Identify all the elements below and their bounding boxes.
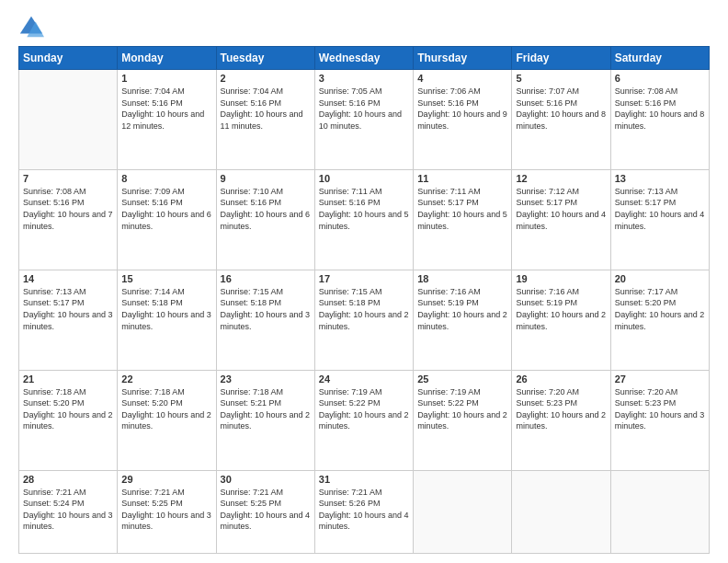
calendar-cell: 9Sunrise: 7:10 AMSunset: 5:16 PMDaylight…	[216, 169, 314, 270]
day-info: Sunrise: 7:07 AMSunset: 5:16 PMDaylight:…	[516, 86, 606, 132]
day-info: Sunrise: 7:05 AMSunset: 5:16 PMDaylight:…	[319, 86, 409, 132]
calendar-cell: 21Sunrise: 7:18 AMSunset: 5:20 PMDayligh…	[19, 370, 118, 470]
day-number: 24	[319, 373, 409, 385]
day-number: 11	[417, 173, 507, 184]
day-info: Sunrise: 7:18 AMSunset: 5:21 PMDaylight:…	[221, 386, 311, 432]
day-header-wednesday: Wednesday	[314, 47, 413, 70]
day-header-thursday: Thursday	[414, 47, 512, 70]
day-header-friday: Friday	[512, 47, 610, 70]
calendar-cell: 29Sunrise: 7:21 AMSunset: 5:25 PMDayligh…	[118, 470, 216, 553]
day-number: 1	[121, 73, 211, 84]
calendar-cell	[512, 470, 610, 553]
day-number: 6	[615, 73, 705, 84]
calendar-cell: 25Sunrise: 7:19 AMSunset: 5:22 PMDayligh…	[414, 370, 512, 470]
day-info: Sunrise: 7:21 AMSunset: 5:24 PMDaylight:…	[23, 487, 113, 533]
day-header-monday: Monday	[118, 47, 216, 70]
day-header-sunday: Sunday	[19, 47, 118, 70]
calendar-cell: 6Sunrise: 7:08 AMSunset: 5:16 PMDaylight…	[610, 70, 709, 170]
day-number: 31	[319, 474, 409, 485]
calendar-cell: 11Sunrise: 7:11 AMSunset: 5:17 PMDayligh…	[414, 169, 512, 270]
day-number: 22	[121, 373, 211, 385]
calendar-cell	[19, 70, 118, 170]
day-number: 26	[516, 373, 606, 385]
day-number: 28	[23, 474, 113, 485]
day-number: 29	[121, 474, 211, 485]
calendar-week-3: 21Sunrise: 7:18 AMSunset: 5:20 PMDayligh…	[19, 370, 710, 470]
calendar-cell: 27Sunrise: 7:20 AMSunset: 5:23 PMDayligh…	[610, 370, 709, 470]
day-info: Sunrise: 7:15 AMSunset: 5:18 PMDaylight:…	[221, 286, 311, 332]
day-header-saturday: Saturday	[610, 47, 709, 70]
calendar-cell: 12Sunrise: 7:12 AMSunset: 5:17 PMDayligh…	[512, 169, 610, 270]
day-info: Sunrise: 7:12 AMSunset: 5:17 PMDaylight:…	[516, 186, 606, 232]
logo-icon	[18, 15, 44, 40]
day-info: Sunrise: 7:13 AMSunset: 5:17 PMDaylight:…	[615, 186, 705, 232]
day-number: 25	[417, 373, 507, 385]
day-info: Sunrise: 7:16 AMSunset: 5:19 PMDaylight:…	[516, 286, 606, 332]
calendar-cell: 19Sunrise: 7:16 AMSunset: 5:19 PMDayligh…	[512, 270, 610, 370]
day-info: Sunrise: 7:10 AMSunset: 5:16 PMDaylight:…	[221, 186, 311, 232]
calendar-table: SundayMondayTuesdayWednesdayThursdayFrid…	[18, 46, 710, 554]
calendar-cell: 10Sunrise: 7:11 AMSunset: 5:16 PMDayligh…	[314, 169, 413, 270]
day-number: 18	[417, 273, 507, 284]
day-info: Sunrise: 7:21 AMSunset: 5:25 PMDaylight:…	[121, 487, 211, 533]
day-info: Sunrise: 7:21 AMSunset: 5:26 PMDaylight:…	[319, 487, 409, 533]
day-header-tuesday: Tuesday	[216, 47, 314, 70]
day-info: Sunrise: 7:15 AMSunset: 5:18 PMDaylight:…	[319, 286, 409, 332]
calendar-cell: 16Sunrise: 7:15 AMSunset: 5:18 PMDayligh…	[216, 270, 314, 370]
calendar-cell: 5Sunrise: 7:07 AMSunset: 5:16 PMDaylight…	[512, 70, 610, 170]
day-info: Sunrise: 7:08 AMSunset: 5:16 PMDaylight:…	[615, 86, 705, 132]
calendar-week-1: 7Sunrise: 7:08 AMSunset: 5:16 PMDaylight…	[19, 169, 710, 270]
day-info: Sunrise: 7:19 AMSunset: 5:22 PMDaylight:…	[417, 386, 507, 432]
day-info: Sunrise: 7:18 AMSunset: 5:20 PMDaylight:…	[23, 386, 113, 432]
calendar-cell: 28Sunrise: 7:21 AMSunset: 5:24 PMDayligh…	[19, 470, 118, 553]
calendar-cell: 22Sunrise: 7:18 AMSunset: 5:20 PMDayligh…	[118, 370, 216, 470]
day-number: 13	[615, 173, 705, 184]
calendar-cell: 31Sunrise: 7:21 AMSunset: 5:26 PMDayligh…	[314, 470, 413, 553]
calendar-cell: 7Sunrise: 7:08 AMSunset: 5:16 PMDaylight…	[19, 169, 118, 270]
calendar-cell: 24Sunrise: 7:19 AMSunset: 5:22 PMDayligh…	[314, 370, 413, 470]
day-info: Sunrise: 7:11 AMSunset: 5:17 PMDaylight:…	[417, 186, 507, 232]
day-number: 14	[23, 273, 113, 284]
calendar-cell: 13Sunrise: 7:13 AMSunset: 5:17 PMDayligh…	[610, 169, 709, 270]
day-number: 10	[319, 173, 409, 184]
calendar-week-0: 1Sunrise: 7:04 AMSunset: 5:16 PMDaylight…	[19, 70, 710, 170]
day-number: 15	[121, 273, 211, 284]
day-info: Sunrise: 7:04 AMSunset: 5:16 PMDaylight:…	[221, 86, 311, 132]
day-number: 3	[319, 73, 409, 84]
calendar-week-2: 14Sunrise: 7:13 AMSunset: 5:17 PMDayligh…	[19, 270, 710, 370]
day-info: Sunrise: 7:20 AMSunset: 5:23 PMDaylight:…	[615, 386, 705, 432]
day-info: Sunrise: 7:21 AMSunset: 5:25 PMDaylight:…	[221, 487, 311, 533]
day-info: Sunrise: 7:09 AMSunset: 5:16 PMDaylight:…	[121, 186, 211, 232]
day-info: Sunrise: 7:06 AMSunset: 5:16 PMDaylight:…	[417, 86, 507, 132]
day-info: Sunrise: 7:14 AMSunset: 5:18 PMDaylight:…	[121, 286, 211, 332]
calendar-cell: 4Sunrise: 7:06 AMSunset: 5:16 PMDaylight…	[414, 70, 512, 170]
logo	[18, 15, 48, 40]
day-info: Sunrise: 7:20 AMSunset: 5:23 PMDaylight:…	[516, 386, 606, 432]
day-number: 8	[121, 173, 211, 184]
day-info: Sunrise: 7:17 AMSunset: 5:20 PMDaylight:…	[615, 286, 705, 332]
day-info: Sunrise: 7:11 AMSunset: 5:16 PMDaylight:…	[319, 186, 409, 232]
day-number: 19	[516, 273, 606, 284]
day-info: Sunrise: 7:04 AMSunset: 5:16 PMDaylight:…	[121, 86, 211, 132]
day-number: 30	[221, 474, 311, 485]
day-number: 23	[221, 373, 311, 385]
day-number: 20	[615, 273, 705, 284]
day-number: 9	[221, 173, 311, 184]
calendar-cell: 3Sunrise: 7:05 AMSunset: 5:16 PMDaylight…	[314, 70, 413, 170]
day-number: 17	[319, 273, 409, 284]
calendar-week-4: 28Sunrise: 7:21 AMSunset: 5:24 PMDayligh…	[19, 470, 710, 553]
day-number: 5	[516, 73, 606, 84]
calendar-cell: 15Sunrise: 7:14 AMSunset: 5:18 PMDayligh…	[118, 270, 216, 370]
calendar-cell: 14Sunrise: 7:13 AMSunset: 5:17 PMDayligh…	[19, 270, 118, 370]
calendar-cell	[414, 470, 512, 553]
day-number: 21	[23, 373, 113, 385]
calendar-cell: 1Sunrise: 7:04 AMSunset: 5:16 PMDaylight…	[118, 70, 216, 170]
day-info: Sunrise: 7:18 AMSunset: 5:20 PMDaylight:…	[121, 386, 211, 432]
calendar-header-row: SundayMondayTuesdayWednesdayThursdayFrid…	[19, 47, 710, 70]
calendar-cell: 18Sunrise: 7:16 AMSunset: 5:19 PMDayligh…	[414, 270, 512, 370]
day-number: 7	[23, 173, 113, 184]
calendar-cell: 20Sunrise: 7:17 AMSunset: 5:20 PMDayligh…	[610, 270, 709, 370]
day-info: Sunrise: 7:19 AMSunset: 5:22 PMDaylight:…	[319, 386, 409, 432]
calendar-cell: 23Sunrise: 7:18 AMSunset: 5:21 PMDayligh…	[216, 370, 314, 470]
calendar-cell: 26Sunrise: 7:20 AMSunset: 5:23 PMDayligh…	[512, 370, 610, 470]
